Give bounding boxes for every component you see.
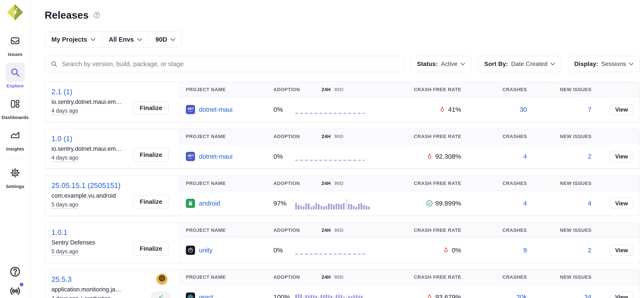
release-date[interactable]: 4 days ago (52, 154, 78, 162)
page-header: Releases (45, 9, 640, 22)
adoption-value: 0% (274, 106, 295, 113)
search-input[interactable] (62, 60, 398, 68)
release-date[interactable]: 5 days ago (52, 201, 78, 209)
finalize-button[interactable]: Finalize (133, 195, 168, 209)
period-toggle-90d[interactable]: 90D (334, 134, 344, 139)
period-toggle-90d[interactable]: 90D (334, 274, 344, 280)
sentry-logo-icon[interactable] (7, 5, 23, 20)
table-header-row: PROJECT NAME ADOPTION 24H 90D CRASH FREE… (179, 82, 640, 97)
sidebar-label-explore: Explore (6, 83, 24, 89)
col-header-chart-period: 24H 90D (295, 134, 370, 139)
flame-icon (439, 106, 446, 113)
status-dropdown[interactable]: Status: Active (411, 56, 471, 72)
view-button[interactable]: View (610, 104, 633, 115)
period-toggle-90d[interactable]: 90D (334, 227, 344, 233)
adoption-value: 0% (274, 153, 295, 160)
meta-separator: | (81, 295, 82, 298)
view-button[interactable]: View (610, 198, 633, 209)
view-button[interactable]: View (610, 245, 633, 256)
col-header-new-issues: NEW ISSUES (527, 181, 592, 186)
new-issues-link[interactable]: 34 (584, 293, 592, 298)
finalize-button[interactable]: Finalize (133, 242, 168, 255)
period-toggle-24h[interactable]: 24H (322, 274, 331, 280)
col-header-crashes: CRASHES (461, 134, 527, 139)
project-filter-dropdown[interactable]: My Projects (45, 32, 102, 47)
view-cell: View (610, 198, 633, 209)
crashes-link[interactable]: 4 (523, 153, 527, 160)
release-version-link[interactable]: 1.0.1 (52, 228, 68, 237)
adoption-bar (300, 294, 302, 298)
period-toggle-24h[interactable]: 24H (322, 181, 331, 186)
period-toggle-24h[interactable]: 24H (322, 134, 331, 139)
new-issues-link[interactable]: 2 (588, 246, 592, 254)
release-date[interactable]: 4 days ago (52, 108, 78, 115)
project-link[interactable]: dotnet-maui (199, 106, 232, 113)
col-header-crashes: CRASHES (461, 227, 527, 233)
display-value: Sessions (601, 61, 626, 68)
crash-free-rate-cell: 0% (442, 246, 461, 254)
chevron-down-icon (550, 63, 555, 65)
view-cell: View (610, 151, 633, 162)
sort-by-dropdown[interactable]: Sort By: Date Created (478, 56, 561, 72)
react-platform-icon (186, 292, 195, 298)
new-issues-link[interactable]: 4 (588, 200, 592, 207)
col-header-crashes: CRASHES (461, 87, 527, 93)
sidebar-item-issues[interactable]: Issues (6, 31, 25, 57)
search-box[interactable] (45, 56, 404, 72)
crashes-link[interactable]: 20k (516, 293, 527, 298)
new-issues-cell: 2 (588, 153, 592, 160)
release-version-link[interactable]: 2.1 (1) (52, 88, 72, 96)
sidebar-item-dashboards[interactable]: Dashboards (2, 94, 28, 120)
sidebar-item-settings[interactable]: Settings (6, 163, 25, 189)
view-button[interactable]: View (610, 151, 633, 162)
adoption-sparkline (295, 103, 370, 116)
project-row: android 97% 99.899% 4 (179, 191, 640, 216)
release-version-link[interactable]: 1.0 (1) (52, 135, 72, 143)
project-link[interactable]: android (199, 200, 220, 207)
col-header-project-name: PROJECT NAME (179, 134, 274, 139)
release-version-link[interactable]: 25.5.3 (52, 275, 72, 283)
period-toggle-24h[interactable]: 24H (322, 87, 331, 93)
status-value: Active (441, 61, 458, 68)
broadcast-icon[interactable] (9, 284, 21, 297)
crashes-link[interactable]: 30 (520, 106, 527, 113)
period-toggle-90d[interactable]: 90D (334, 181, 344, 186)
adoption-bar (340, 204, 342, 209)
col-header-crashes: CRASHES (461, 274, 527, 280)
adoption-bar (318, 204, 319, 209)
page-title-help-icon[interactable] (93, 12, 100, 19)
col-header-chart-period: 24H 90D (295, 87, 370, 93)
release-info: 25.5.3 application.monitoring.ja… 4 days… (45, 269, 179, 298)
view-button[interactable]: View (610, 292, 633, 298)
help-icon[interactable] (9, 265, 21, 278)
sidebar-item-explore[interactable]: Explore (6, 63, 25, 89)
date-range-filter-dropdown[interactable]: 90D (149, 32, 182, 47)
crash-free-rate-cell: 93.679% (426, 293, 461, 298)
release-date[interactable]: 5 days ago (52, 248, 78, 256)
project-link[interactable]: react (199, 293, 213, 298)
release-version-link[interactable]: 25.05.15.1 (2505151) (52, 181, 120, 190)
release-date[interactable]: 4 days ago (52, 295, 78, 298)
col-header-adoption: ADOPTION (274, 274, 295, 280)
release-owner-avatar[interactable] (156, 273, 168, 285)
project-link[interactable]: unity (199, 247, 212, 254)
adoption-bar (338, 204, 340, 209)
finalize-button[interactable]: Finalize (133, 148, 168, 162)
crashes-link[interactable]: 9 (523, 246, 527, 254)
project-link[interactable]: dotnet-maui (199, 153, 232, 160)
col-header-adoption: ADOPTION (274, 181, 295, 186)
environment-filter-dropdown[interactable]: All Envs (102, 32, 149, 47)
sidebar-item-insights[interactable]: Insights (6, 126, 25, 152)
period-toggle-90d[interactable]: 90D (334, 87, 344, 93)
finalized-status-pill[interactable] (151, 291, 170, 298)
adoption-bar (340, 295, 342, 298)
chevron-down-icon (460, 63, 465, 65)
crashes-link[interactable]: 4 (523, 200, 527, 207)
new-issues-link[interactable]: 2 (588, 153, 592, 160)
display-dropdown[interactable]: Display: Sessions (568, 56, 640, 72)
period-toggle-24h[interactable]: 24H (322, 227, 331, 233)
release-list: 2.1 (1) io.sentry.dotnet.maui.em… 4 days… (45, 82, 640, 298)
new-issues-link[interactable]: 7 (588, 106, 592, 113)
adoption-bar (323, 206, 324, 209)
finalize-button[interactable]: Finalize (133, 101, 168, 115)
